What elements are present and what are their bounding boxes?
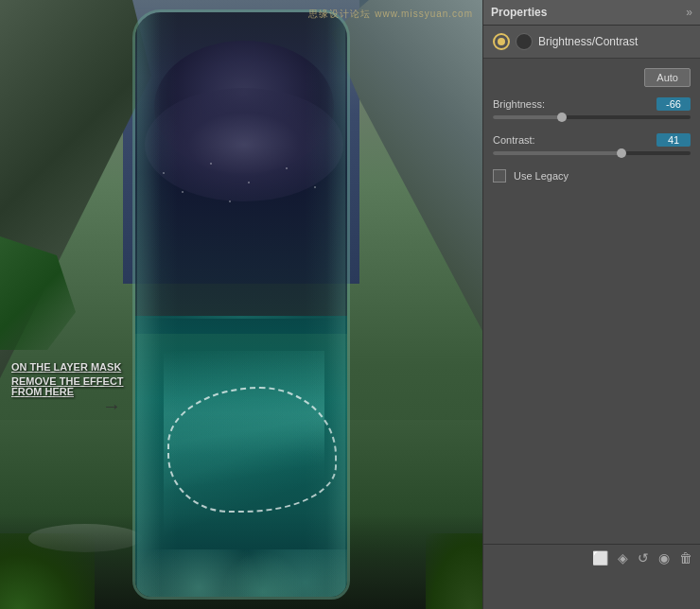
visibility-toolbar-icon[interactable]: ◉ xyxy=(658,550,670,566)
bottle-highlight-right xyxy=(326,12,345,597)
bottle-top-dark xyxy=(135,12,347,334)
bottle xyxy=(132,9,350,600)
contrast-slider-thumb[interactable] xyxy=(617,148,626,158)
brightness-value[interactable]: -66 xyxy=(656,97,691,111)
adjustment-label: Brightness/Contrast xyxy=(538,35,691,48)
panel-header: Properties » xyxy=(483,0,700,26)
brightness-label-row: Brightness: -66 xyxy=(493,97,691,111)
watermark: 思缘设计论坛 www.missyuan.com xyxy=(308,8,473,21)
contrast-slider-track[interactable] xyxy=(493,151,691,155)
panel-bottom-toolbar: ⬜ ◈ ↺ ◉ 🗑 xyxy=(483,544,700,571)
adjustment-header: Brightness/Contrast xyxy=(483,26,700,59)
mask-visibility-icon[interactable] xyxy=(516,33,533,50)
auto-button[interactable]: Auto xyxy=(644,68,691,87)
contrast-value[interactable]: 41 xyxy=(656,133,691,147)
use-legacy-label: Use Legacy xyxy=(514,170,569,182)
use-legacy-row: Use Legacy xyxy=(483,164,700,188)
foam-area xyxy=(135,549,347,597)
selection-outline xyxy=(167,387,337,513)
panel-collapse-icon[interactable]: » xyxy=(686,6,692,19)
annotation-line3: FROM HERE xyxy=(11,386,74,397)
use-legacy-checkbox[interactable] xyxy=(493,169,506,183)
auto-button-row: Auto xyxy=(483,59,700,92)
adjustment-toolbar-icon[interactable]: ◈ xyxy=(618,550,628,566)
bottle-highlight-left xyxy=(137,12,161,597)
canvas-area: ON THE LAYER MASK REMOVE THE EFFECT FROM… xyxy=(0,0,482,609)
brightness-label: Brightness: xyxy=(493,98,545,110)
brightness-slider-fill xyxy=(493,115,562,119)
contrast-label-row: Contrast: 41 xyxy=(493,133,691,147)
properties-panel: Properties » Brightness/Contrast Auto Br… xyxy=(482,0,700,609)
panel-title: Properties xyxy=(491,6,547,19)
reset-toolbar-icon[interactable]: ↺ xyxy=(638,550,649,566)
brightness-slider-track[interactable] xyxy=(493,115,691,119)
brightness-contrast-icon xyxy=(493,33,510,50)
contrast-label: Contrast: xyxy=(493,134,535,146)
mask-toolbar-icon[interactable]: ⬜ xyxy=(592,550,608,566)
bottle-bottom-water xyxy=(135,316,347,597)
delete-toolbar-icon[interactable]: 🗑 xyxy=(679,550,692,566)
brightness-row: Brightness: -66 xyxy=(483,92,700,128)
path-bottom xyxy=(28,524,142,552)
annotation-arrow: → xyxy=(102,395,121,417)
contrast-slider-fill xyxy=(493,151,621,155)
greenery-bottom-right xyxy=(426,533,482,609)
brightness-slider-thumb[interactable] xyxy=(557,113,567,122)
contrast-row: Contrast: 41 xyxy=(483,128,700,164)
stars xyxy=(135,154,347,230)
